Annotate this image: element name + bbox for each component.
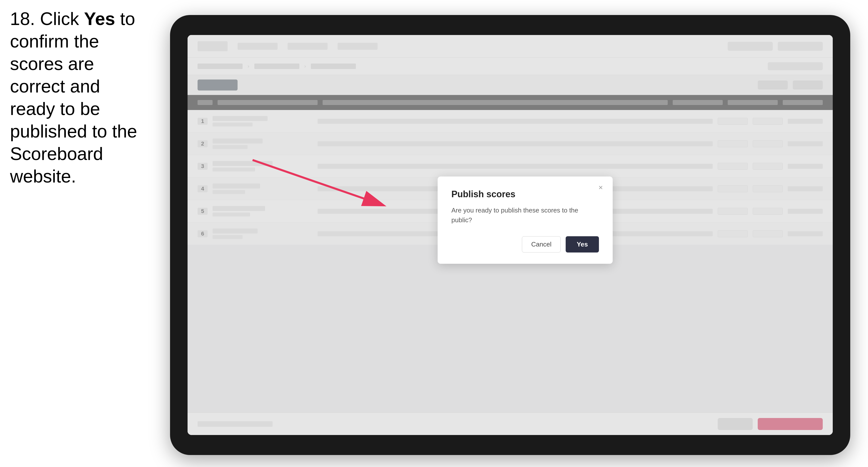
tablet-screen: › › 1 <box>188 35 833 435</box>
publish-scores-dialog: × Publish scores Are you ready to publis… <box>438 177 613 264</box>
step-number: 18. <box>10 9 35 29</box>
modal-message: Are you ready to publish these scores to… <box>452 206 599 225</box>
modal-yes-button[interactable]: Yes <box>566 236 599 252</box>
modal-title: Publish scores <box>452 189 599 199</box>
modal-close-button[interactable]: × <box>596 183 606 192</box>
modal-actions: Cancel Yes <box>452 236 599 252</box>
instruction-text: 18. Click Yes to confirm the scores are … <box>10 7 150 187</box>
modal-overlay: × Publish scores Are you ready to publis… <box>188 35 833 435</box>
modal-cancel-button[interactable]: Cancel <box>522 236 561 252</box>
instruction-after-bold: to confirm the scores are correct and re… <box>10 9 137 186</box>
tablet-frame: › › 1 <box>170 15 850 455</box>
instruction-before-bold: Click <box>35 9 84 29</box>
instruction-bold: Yes <box>84 9 115 29</box>
